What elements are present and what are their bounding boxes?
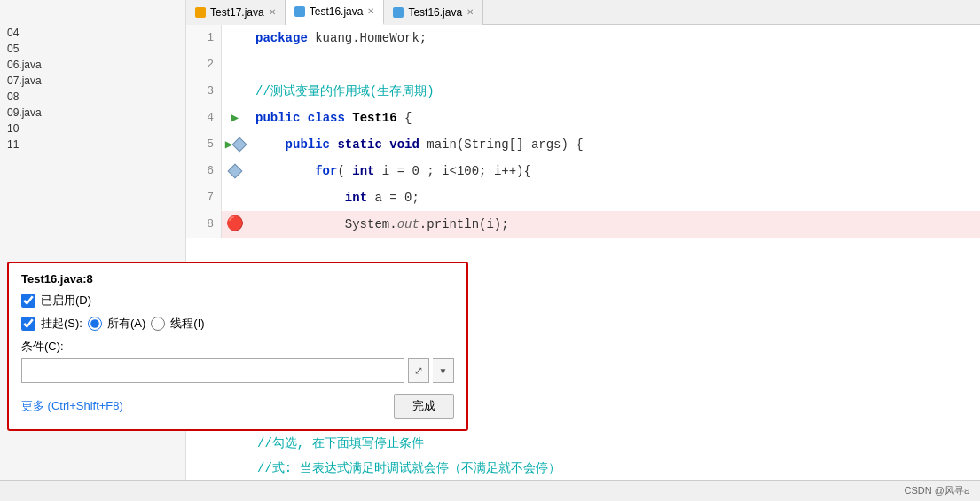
dialog-suspend-row: 挂起(S): 所有(A) 线程(I): [21, 316, 454, 332]
code-line-1: 1 package kuang.HomeWork;: [186, 25, 980, 51]
suspend-label: 挂起(S):: [41, 316, 82, 332]
condition-input[interactable]: [21, 358, 404, 383]
line-gutter-4: ▶: [222, 105, 248, 131]
radio-thread[interactable]: [151, 317, 165, 331]
condition-label: 条件(C):: [21, 339, 454, 355]
tab-test16-active[interactable]: Test16.java ✕: [286, 0, 385, 25]
expand-button[interactable]: ⤢: [408, 358, 429, 383]
radio-thread-label: 线程(I): [170, 316, 204, 332]
hint-text-2: //式: 当表达式满足时调试就会停（不满足就不会停）: [257, 460, 561, 476]
tab-icon-test17: [195, 7, 206, 18]
tab-test17[interactable]: Test17.java ✕: [186, 0, 286, 25]
tab-test16-active-close[interactable]: ✕: [367, 6, 374, 16]
sidebar-item-10[interactable]: 10: [0, 121, 185, 137]
tab-icon-test16-second: [393, 7, 404, 18]
radio-all-label: 所有(A): [107, 316, 145, 332]
line-gutter-3: [222, 78, 248, 105]
code-line-4: 4 ▶ public class Test16 {: [186, 105, 980, 131]
tab-test16-second-label: Test16.java: [408, 6, 462, 19]
line-content-1: package kuang.HomeWork;: [248, 25, 427, 51]
code-line-7: 7 int a = 0;: [186, 184, 980, 211]
code-line-3: 3 //测试变量的作用域(生存周期): [186, 78, 980, 105]
line-num-4: 4: [186, 105, 222, 131]
done-button[interactable]: 完成: [394, 394, 454, 419]
line-num-6: 6: [186, 158, 222, 184]
sidebar-item-11[interactable]: 11: [0, 137, 185, 153]
diamond-6: [228, 164, 243, 179]
diamond-5: [232, 137, 247, 153]
dialog-enabled-row: 已启用(D): [21, 293, 454, 309]
dialog-title: Test16.java:8: [21, 272, 454, 286]
sidebar-item-06[interactable]: 06.java: [0, 57, 185, 73]
sidebar-item-07[interactable]: 07.java: [0, 73, 185, 89]
line-content-3: //测试变量的作用域(生存周期): [248, 78, 435, 105]
line-content-2: [248, 51, 255, 78]
hint-text-1: //勾选, 在下面填写停止条件: [257, 435, 424, 451]
line-gutter-5: ▶: [222, 131, 248, 158]
line-num-8: 8: [186, 211, 222, 238]
run-arrow-4: ▶: [231, 105, 239, 131]
line-content-5: public static void main(String[] args) {: [248, 131, 584, 158]
status-bar: CSDN @风寻a: [0, 480, 980, 501]
line-gutter-7: [222, 184, 248, 211]
more-link[interactable]: 更多 (Ctrl+Shift+F8): [21, 398, 123, 414]
line-content-8: System.out.println(i);: [248, 211, 509, 238]
line-content-4: public class Test16 {: [248, 105, 412, 131]
breakpoint-icon-8: 🔴: [226, 211, 244, 238]
code-line-5: 5 ▶ public static void main(String[] arg…: [186, 131, 980, 158]
suspend-checkbox[interactable]: [21, 317, 35, 331]
line-content-7: int a = 0;: [248, 184, 419, 211]
line-num-7: 7: [186, 184, 222, 211]
line-num-3: 3: [186, 78, 222, 105]
tab-test17-label: Test17.java: [210, 6, 264, 19]
dialog-footer: 更多 (Ctrl+Shift+F8) 完成: [21, 394, 454, 419]
code-line-8: 8 🔴 System.out.println(i);: [186, 211, 980, 238]
line-num-2: 2: [186, 51, 222, 78]
tab-test16-second-close[interactable]: ✕: [466, 7, 474, 17]
sidebar-item-08[interactable]: 08: [0, 89, 185, 105]
line-gutter-6: [222, 158, 248, 184]
tab-test16-second[interactable]: Test16.java ✕: [384, 0, 483, 25]
line-num-5: 5: [186, 131, 222, 158]
dropdown-button[interactable]: ▼: [433, 358, 454, 383]
line-gutter-8: 🔴: [222, 211, 248, 238]
line-gutter-1: [222, 25, 248, 51]
code-line-2: 2: [186, 51, 980, 78]
enabled-label: 已启用(D): [41, 293, 91, 309]
breakpoint-dialog: Test16.java:8 已启用(D) 挂起(S): 所有(A) 线程(I) …: [7, 262, 468, 431]
sidebar-item-09[interactable]: 09.java: [0, 105, 185, 121]
radio-all[interactable]: [88, 317, 102, 331]
line-content-6: for( int i = 0 ; i<100; i++){: [248, 158, 531, 184]
sidebar-item-04[interactable]: 04: [0, 25, 185, 41]
code-lines: 1 package kuang.HomeWork; 2 3 //测试变量的作用域…: [186, 25, 980, 238]
enabled-checkbox[interactable]: [21, 294, 35, 308]
line-num-1: 1: [186, 25, 222, 51]
sidebar-item-05[interactable]: 05: [0, 41, 185, 57]
tab-test17-close[interactable]: ✕: [269, 7, 276, 17]
line-gutter-2: [222, 51, 248, 78]
status-text: CSDN @风寻a: [904, 484, 969, 497]
tab-icon-test16-active: [294, 6, 305, 17]
tab-test16-active-label: Test16.java: [310, 5, 364, 18]
code-line-6: 6 for( int i = 0 ; i<100; i++){: [186, 158, 980, 184]
condition-input-row: ⤢ ▼: [21, 358, 454, 383]
